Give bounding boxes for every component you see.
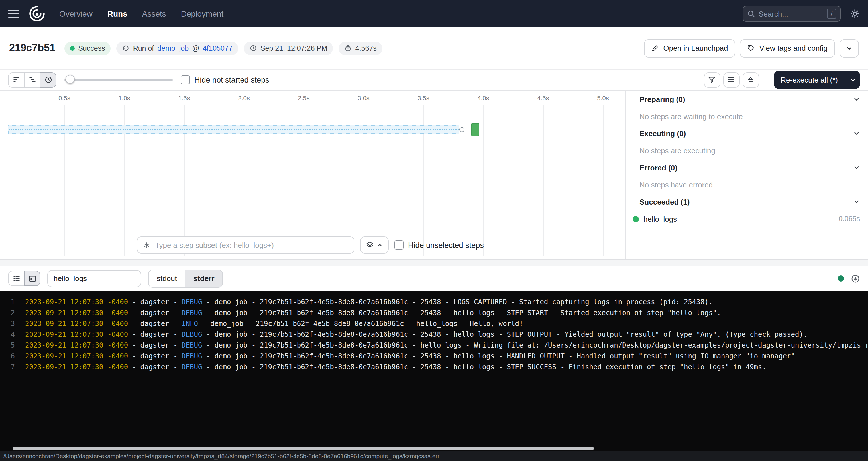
waterfall-view-button[interactable] [24,72,40,88]
filter-button[interactable] [704,72,720,88]
log-line-number: 5 [5,340,15,351]
axis-tick-label: 5.0s [590,95,616,101]
panel-section-title: Executing (0) [640,129,686,137]
run-header: 219c7b51 Success Run of demo_job @ 4f105… [0,27,868,69]
flat-view-button[interactable] [8,72,25,88]
eject-icon [747,76,754,84]
checkbox-box[interactable] [181,75,190,84]
scrollbar-thumb[interactable] [12,447,594,450]
checkbox-box[interactable] [394,241,404,250]
log-timestamp: 2023-09-21 12:07:30 -0400 [25,318,128,329]
gear-icon [850,8,860,19]
duration-view-button[interactable] [40,72,56,88]
log-separator: - dagster - [128,340,182,351]
nav-item-deployment[interactable]: Deployment [181,9,223,18]
log-step-filter-input[interactable]: hello_logs [47,270,141,287]
tab-stderr[interactable]: stderr [185,270,222,287]
log-separator: - [202,340,214,351]
gantt-view-mode-group [8,72,56,88]
job-link[interactable]: demo_job [157,44,189,52]
layers-button[interactable] [360,237,389,253]
top-nav: OverviewRunsAssetsDeployment Search... / [0,0,868,27]
log-step-filter-value: hello_logs [54,274,87,283]
open-launchpad-button[interactable]: Open in Launchpad [644,39,736,57]
log-line: 22023-09-21 12:07:30 -0400 - dagster - D… [5,308,868,318]
settings-button[interactable] [850,8,860,19]
step-subset-placeholder: Type a step subset (ex: hello_logs+) [155,241,274,249]
view-tags-config-button[interactable]: View tags and config [740,39,835,57]
axis-tick-label: 0.5s [52,95,77,101]
nav-item-overview[interactable]: Overview [59,9,93,18]
step-subset-input[interactable]: Type a step subset (ex: hello_logs+) [137,237,354,253]
hide-unselected-label: Hide unselected steps [408,241,484,249]
tab-stdout[interactable]: stdout [149,270,185,287]
panel-section-header[interactable]: Preparing (0) [626,91,868,108]
search-input[interactable]: Search... / [743,6,841,22]
log-separator: - [202,297,214,308]
step-waiting-bar[interactable] [8,125,459,134]
log-toolbar: hello_logs stdout stderr [0,266,868,291]
rows-button[interactable] [723,72,740,88]
chevron-down-icon [853,96,860,102]
at-symbol: @ [192,44,199,52]
clock-icon [250,44,257,52]
flat-view-icon [12,76,20,84]
panel-section-header[interactable]: Executing (0) [626,125,868,142]
log-level: DEBUG [182,297,202,308]
step-name: hello_logs [644,215,834,223]
log-level: DEBUG [182,362,202,373]
gridline [603,105,603,256]
panel-section-title: Preparing (0) [640,95,685,103]
log-separator: - [198,318,210,329]
panel-empty-text: No steps are executing [626,142,868,159]
step-start-marker[interactable] [459,127,464,132]
chevron-up-icon [377,242,383,248]
structured-log-icon [12,274,20,282]
open-launchpad-label: Open in Launchpad [663,44,728,53]
panel-section-header[interactable]: Errored (0) [626,159,868,176]
panel-section-header[interactable]: Succeeded (1) [626,193,868,210]
waterfall-view-icon [28,76,36,84]
chevron-down-icon [849,76,856,83]
axis-tick-label: 1.5s [172,95,197,101]
step-success-bar[interactable] [471,123,479,136]
nav-item-runs[interactable]: Runs [107,9,127,18]
reexecute-all-label: Re-execute all (*) [774,75,845,84]
log-level: DEBUG [182,351,202,362]
gridline [483,105,484,256]
log-line: 62023-09-21 12:07:30 -0400 - dagster - D… [5,351,868,362]
more-actions-button[interactable] [839,39,859,57]
nav-links: OverviewRunsAssetsDeployment [59,9,223,18]
log-timestamp: 2023-09-21 12:07:30 -0400 [25,308,128,318]
succeeded-step-row[interactable]: hello_logs0.065s [640,215,860,223]
history-icon [122,44,130,52]
hide-not-started-checkbox[interactable]: Hide not started steps [181,75,269,84]
menu-icon[interactable] [8,10,20,18]
hide-unselected-checkbox[interactable]: Hide unselected steps [394,241,484,250]
nav-item-assets[interactable]: Assets [142,9,166,18]
commit-link[interactable]: 4f105077 [203,44,232,52]
panel-splitter[interactable] [0,259,868,266]
dagster-logo-icon[interactable] [29,5,45,22]
zoom-slider-knob[interactable] [66,75,75,84]
gantt-chart: 0.5s1.0s1.5s2.0s2.5s3.0s3.5s4.0s4.5s5.0s… [0,91,625,260]
step-duration: 0.065s [839,215,860,223]
axis-tick-label: 3.0s [351,95,376,101]
log-file-path: /Users/erincochran/Desktop/dagster-examp… [3,453,439,459]
structured-log-button[interactable] [8,271,25,286]
log-separator: - dagster - [128,297,182,308]
log-timestamp: 2023-09-21 12:07:30 -0400 [25,362,128,373]
zoom-slider[interactable] [64,72,173,87]
reexecute-options-button[interactable] [845,76,860,83]
log-output[interactable]: 12023-09-21 12:07:30 -0400 - dagster - D… [0,291,868,446]
reexecute-all-button[interactable]: Re-execute all (*) [774,71,860,89]
log-message: demo_job - 219c7b51-b62f-4e5b-8de8-0e7a6… [215,308,721,318]
gantt-toolbar-icons [704,72,759,88]
raw-log-button[interactable] [24,271,40,286]
download-log-button[interactable] [851,274,860,283]
log-line-number: 6 [5,351,15,362]
log-separator: - dagster - [128,329,182,340]
header-actions: Open in Launchpad View tags and config [644,39,859,57]
fit-button[interactable] [742,72,759,88]
chevron-down-icon [853,130,860,137]
